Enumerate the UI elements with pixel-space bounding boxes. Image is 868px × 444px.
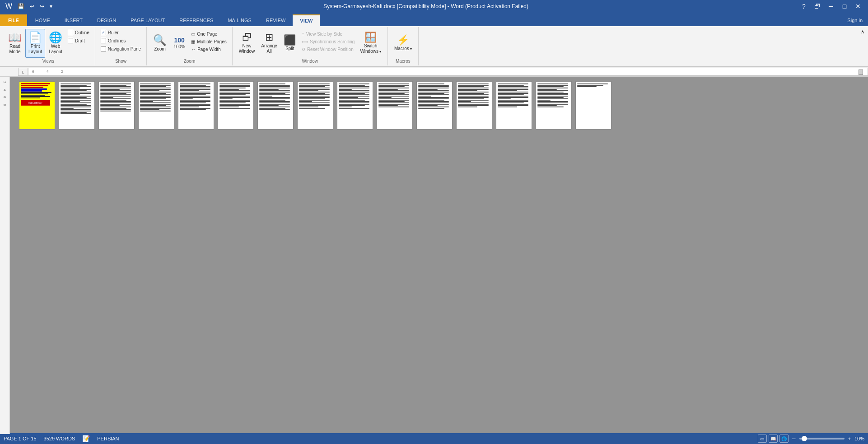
p8-lines [298,82,333,111]
gridlines-checkbox[interactable]: Gridlines [99,37,143,44]
print-layout-button[interactable]: 📄 PrintLayout [25,29,45,58]
synchronous-scrolling-button: ⟺ Synchronous Scrolling [300,38,357,45]
ruler-mark-2: 2 [61,69,63,74]
tab-view[interactable]: VIEW [293,14,320,26]
v-ruler-mark-6: 6 [3,96,7,98]
multiple-pages-button[interactable]: ▦ Multiple Pages [189,38,229,45]
tab-references[interactable]: REFERENCES [172,14,220,26]
fp-line5 [21,90,42,92]
arrange-all-icon: ⊞ [265,32,273,42]
fp-line9 [21,96,50,97]
zoom-percentage[interactable]: 10% [854,436,864,441]
fp-phone-box: 09913666627 [21,100,50,106]
undo-button[interactable]: ↩ [28,2,36,10]
navigation-pane-checkbox[interactable]: Navigation Pane [99,45,143,52]
one-page-icon: ▭ [191,32,195,37]
fp-line10 [21,97,40,98]
restore-down-button[interactable]: 🗗 [811,1,824,12]
zoom-100-icon: 100 [174,37,184,43]
tab-mailings[interactable]: MAILINGS [220,14,259,26]
vertical-ruler: 2 4 6 8 [0,77,10,434]
v-ruler-mark-2: 2 [3,81,7,83]
collapse-ribbon-button[interactable]: ∧ [859,27,866,37]
arrange-all-label: ArrangeAll [261,43,277,54]
macros-group-label: Macros [396,59,411,64]
tab-review[interactable]: REVIEW [259,14,293,26]
switch-windows-button[interactable]: 🪟 SwitchWindows▾ [357,29,384,58]
page-thumb-13 [496,81,532,130]
view-checkboxes: Outline Draft [66,29,91,44]
status-print-layout-btn[interactable]: ▭ [758,435,767,443]
page-thumb-14 [536,81,572,130]
outline-checkbox[interactable]: Outline [66,29,91,36]
page-thumb-9 [337,81,373,130]
p5-lines [178,82,214,112]
document-canvas[interactable]: 09913666627 [10,77,868,444]
page-width-label: Page Width [197,47,221,52]
fp-line3 [21,87,43,88]
zoom-slider[interactable] [799,438,845,439]
page-thumb-11 [416,81,453,130]
split-button[interactable]: ⬛ Split [281,29,299,58]
p6-lines [218,82,253,111]
close-button[interactable]: ✕ [852,1,864,12]
page-thumb-12 [456,81,492,130]
print-layout-icon: 📄 [28,32,42,43]
macros-label: Macros▾ [394,46,412,51]
ruler-checkbox[interactable]: Ruler [99,29,143,36]
page-thumb-4 [138,81,174,130]
language[interactable]: PERSIAN [97,436,119,441]
word-icon: W [4,1,14,11]
zoom-in-button[interactable]: + [848,436,851,441]
word-count[interactable]: 3529 WORDS [44,436,75,441]
nav-pane-check-icon [101,46,106,51]
zoom-out-button[interactable]: ─ [792,436,796,441]
web-layout-label: WebLayout [49,44,62,55]
gridlines-check-icon [101,38,106,43]
one-page-button[interactable]: ▭ One Page [189,31,229,37]
tab-insert[interactable]: INSERT [57,14,90,26]
minimize-button[interactable]: ─ [825,1,837,12]
main-layout: W 💾 ↩ ↪ ▾ System-Garmayesh-Kafi.docx [Co… [0,0,868,444]
draft-checkbox[interactable]: Draft [66,37,91,44]
zoom-thumb[interactable] [802,436,807,441]
macros-button[interactable]: ⚡ Macros▾ [392,29,415,58]
new-window-button[interactable]: 🗗 NewWindow [236,29,258,58]
ruler-bar: L 6 4 2 [0,67,868,77]
customize-button[interactable]: ▾ [48,2,54,10]
ruler-tab-indicator [859,69,863,75]
window-controls: ? 🗗 ─ □ ✕ [798,1,864,12]
first-page-content: 09913666627 [19,82,55,107]
page-thumb-3 [98,81,135,130]
zoom-button[interactable]: 🔍 Zoom [150,29,169,58]
draft-label: Draft [75,38,85,43]
multiple-pages-icon: ▦ [191,39,195,44]
page-info[interactable]: PAGE 1 OF 15 [4,436,37,441]
tab-file[interactable]: FILE [0,14,27,26]
read-mode-label: ReadMode [9,44,20,55]
save-button[interactable]: 💾 [16,2,26,10]
fp-line8 [21,95,45,96]
p7-lines [258,82,293,112]
web-layout-button[interactable]: 🌐 WebLayout [46,29,65,58]
status-read-mode-btn[interactable]: 📖 [769,435,778,443]
help-button[interactable]: ? [798,1,810,12]
fp-line6 [21,92,51,93]
tab-home[interactable]: HOME [28,14,57,26]
tab-design[interactable]: DESIGN [90,14,123,26]
read-mode-button[interactable]: 📖 ReadMode [5,29,24,58]
zoom-items: 🔍 Zoom 100 100% ▭ One Page ▦ Multiple Pa… [150,29,229,58]
ribbon-group-window: 🗗 NewWindow ⊞ ArrangeAll ⬛ Split ≡ View … [233,27,388,65]
ribbon-group-zoom: 🔍 Zoom 100 100% ▭ One Page ▦ Multiple Pa… [147,27,233,65]
maximize-button[interactable]: □ [838,1,851,12]
tab-page-layout[interactable]: PAGE LAYOUT [123,14,172,26]
redo-button[interactable]: ↪ [38,2,46,10]
window-group-label: Window [302,59,318,64]
sign-in-button[interactable]: Sign in [842,14,868,26]
status-web-layout-btn[interactable]: 🌐 [779,435,789,443]
sync-scroll-label: Synchronous Scrolling [310,39,355,44]
arrange-all-button[interactable]: ⊞ ArrangeAll [258,29,280,58]
page-width-button[interactable]: ↔ Page Width [189,46,229,53]
fp-phone-text: 09913666627 [28,102,42,104]
zoom-100-button[interactable]: 100 100% [170,29,188,58]
